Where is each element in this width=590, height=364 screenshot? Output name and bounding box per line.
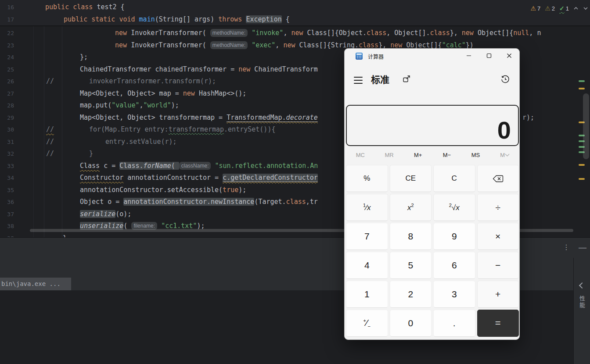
right-tool-stripe: 性能 [573, 258, 590, 364]
code-line: 16public class test2 { [0, 1, 590, 14]
add-button[interactable]: + [477, 281, 519, 308]
four-button[interactable]: 4 [346, 252, 388, 279]
backspace-icon [493, 175, 504, 182]
line-number[interactable]: 17 [3, 14, 14, 26]
line-number[interactable]: 38 [3, 220, 14, 232]
mode-label: 标准 [371, 72, 389, 86]
minimize-button[interactable] [459, 49, 479, 63]
line-number[interactable]: 25 [3, 64, 14, 76]
subtract-button[interactable]: − [477, 252, 519, 279]
stripe-mark [579, 80, 585, 82]
chevron-down-icon [505, 152, 510, 157]
memory-dropdown-button[interactable]: M [490, 149, 519, 161]
line-number[interactable]: 39 [3, 232, 14, 238]
code-line: 22new InvokerTransformer( methodName: "i… [0, 27, 590, 39]
inspections-widget[interactable]: ⚠ 7 ⚠ 2 ✓ 1 [530, 4, 588, 13]
weak-warning-icon: ⚠ [545, 5, 550, 12]
square-root-button[interactable]: 2√x [433, 194, 475, 221]
percent-button[interactable]: % [346, 165, 388, 192]
memory-store-button[interactable]: MS [461, 149, 490, 161]
warning-icon: ⚠ [530, 5, 536, 12]
menu-hamburger-icon[interactable] [353, 75, 363, 85]
line-number[interactable]: 33 [3, 160, 14, 172]
equals-button[interactable]: = [477, 310, 519, 337]
decimal-button[interactable]: . [433, 310, 475, 337]
line-number[interactable]: 35 [3, 184, 14, 196]
more-options-kebab-icon[interactable]: ⋮ [563, 243, 570, 252]
multiply-button[interactable]: × [477, 223, 519, 250]
calculator-window: 计算器 标准 0 MCMRM+M−MSM %CEC1⁄xx22√x÷789×45… [344, 48, 520, 340]
negate-button[interactable]: +⁄− [346, 310, 388, 337]
line-number[interactable]: 26 [3, 75, 14, 88]
history-icon[interactable] [501, 75, 510, 86]
keep-on-top-icon[interactable] [403, 75, 411, 85]
six-button[interactable]: 6 [433, 252, 475, 279]
vertical-scrollbar[interactable] [583, 93, 589, 159]
line-number[interactable]: 24 [3, 51, 14, 64]
divide-button[interactable]: ÷ [477, 194, 519, 221]
one-button[interactable]: 1 [346, 281, 388, 308]
calculator-display: 0 [346, 105, 519, 146]
seven-button[interactable]: 7 [346, 223, 388, 250]
line-number[interactable]: 37 [3, 208, 14, 221]
sticky-lines-header: 16public class test2 {17public static vo… [0, 0, 590, 26]
stripe-mark [579, 178, 585, 180]
passed-count: 1 [566, 5, 569, 12]
line-number[interactable]: 31 [3, 136, 14, 148]
calculator-app-icon [356, 53, 363, 60]
stripe-mark [579, 88, 585, 89]
memory-recall-button[interactable]: MR [375, 149, 404, 161]
memory-clear-button[interactable]: MC [346, 149, 375, 161]
warnings-item[interactable]: ⚠ 7 [530, 5, 540, 12]
calculator-keypad: %CEC1⁄xx22√x÷789×456−123++⁄−0.= [346, 165, 519, 337]
reciprocal-button[interactable]: 1⁄x [346, 194, 388, 221]
hide-tool-window-icon[interactable]: — [579, 243, 586, 252]
warnings-count: 7 [537, 5, 540, 12]
code-line: 17public static void main(String[] args)… [0, 14, 590, 26]
three-button[interactable]: 3 [433, 281, 475, 308]
console-selected-line[interactable]: bin\java.exe ... [0, 278, 71, 290]
line-number[interactable]: 32 [3, 148, 14, 160]
passed-item[interactable]: ✓ 1 [559, 5, 569, 12]
maximize-button[interactable] [479, 49, 499, 63]
tool-stripe-profiler-button[interactable]: 性能 [578, 296, 586, 309]
backspace-button[interactable] [477, 165, 519, 192]
display-value: 0 [497, 116, 511, 144]
next-issue-chevron-down-icon[interactable] [583, 7, 588, 10]
line-number[interactable]: 29 [3, 112, 14, 124]
stripe-mark [579, 164, 585, 166]
nine-button[interactable]: 9 [433, 223, 475, 250]
check-icon: ✓ [559, 5, 565, 12]
window-title: 计算器 [368, 53, 384, 60]
line-number[interactable]: 22 [3, 27, 14, 39]
memory-add-button[interactable]: M+ [403, 149, 432, 161]
close-button[interactable] [499, 49, 519, 63]
weak-warnings-count: 2 [552, 5, 555, 12]
two-button[interactable]: 2 [390, 281, 432, 308]
line-number[interactable]: 23 [3, 39, 14, 52]
line-number[interactable]: 34 [3, 172, 14, 184]
zero-button[interactable]: 0 [390, 310, 432, 337]
collapse-chevron-left-icon[interactable] [579, 282, 585, 289]
memory-subtract-button[interactable]: M− [432, 149, 461, 161]
line-number[interactable]: 28 [3, 100, 14, 112]
prev-issue-chevron-up-icon[interactable] [573, 7, 579, 10]
calculator-nav: 标准 [345, 71, 519, 89]
memory-buttons-row: MCMRM+M−MSM [346, 149, 519, 161]
weak-warnings-item[interactable]: ⚠ 2 [545, 5, 555, 12]
five-button[interactable]: 5 [390, 252, 432, 279]
line-number[interactable]: 36 [3, 196, 14, 208]
line-number[interactable]: 16 [3, 1, 14, 14]
square-button[interactable]: x2 [390, 194, 432, 221]
line-number[interactable]: 27 [3, 88, 14, 100]
clear-button[interactable]: C [433, 165, 475, 192]
line-number[interactable]: 30 [3, 124, 14, 136]
clear-entry-button[interactable]: CE [390, 165, 432, 192]
screen: { "palette": { "editor_bg": "#1e1f22", "… [0, 0, 590, 364]
calculator-titlebar[interactable]: 计算器 [345, 49, 519, 63]
eight-button[interactable]: 8 [390, 223, 432, 250]
